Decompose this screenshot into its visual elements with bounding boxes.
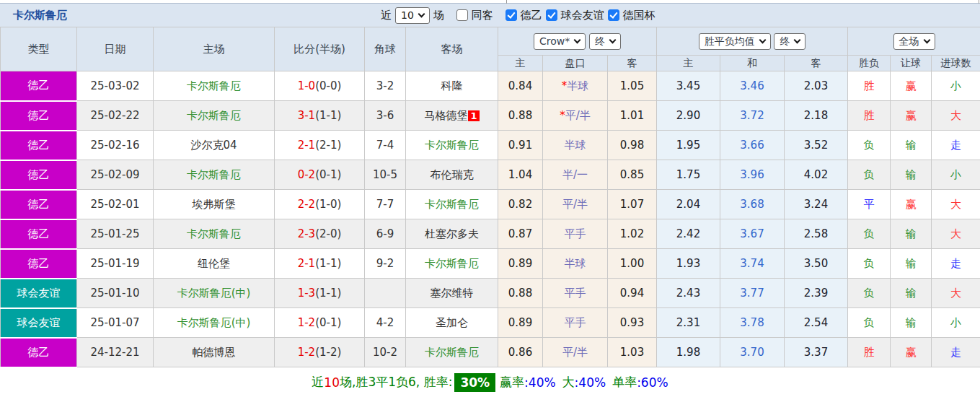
- result-goals: 走: [932, 131, 980, 160]
- match-date: 25-01-25: [77, 219, 154, 249]
- result-wdl: 负: [848, 308, 891, 338]
- home-team-name: 卡尔斯鲁厄: [187, 168, 241, 181]
- home-team: 纽伦堡: [154, 249, 275, 279]
- fulltime-score: 2-1: [298, 139, 316, 152]
- avg-time-select[interactable]: 终: [774, 33, 805, 50]
- handicap-text: 平手: [565, 287, 586, 300]
- home-team: 沙尔克04: [154, 131, 275, 160]
- odds-time-select[interactable]: 终: [589, 33, 621, 50]
- halftime-score: (1-0): [315, 198, 341, 211]
- corner-count: [365, 279, 406, 308]
- result-goals: 大: [932, 101, 980, 131]
- result-goals: 小: [932, 71, 980, 101]
- filter-cup-checkbox[interactable]: [608, 9, 619, 21]
- crow-away-odds: 0.85: [608, 160, 657, 190]
- result-wdl: 胜: [848, 101, 891, 131]
- score-cell: 1-0(0-0): [275, 71, 365, 101]
- corner-count: 4-2: [365, 308, 406, 338]
- corner-count: 7-4: [365, 131, 406, 160]
- home-team-name: 卡尔斯鲁厄: [187, 227, 241, 240]
- footer-single-label: 单率: [612, 374, 637, 391]
- match-type: 德乙: [1, 338, 77, 367]
- home-team: 卡尔斯鲁厄: [154, 219, 275, 249]
- match-date: 25-02-16: [77, 131, 154, 160]
- chevron-down-icon: [609, 36, 617, 43]
- near-count-select[interactable]: 10: [395, 7, 430, 24]
- table-row: 德乙25-03-02卡尔斯鲁厄1-0(0-0)3-2科隆0.84*半球1.053…: [1, 71, 980, 101]
- handicap-text: 平手: [565, 227, 586, 240]
- near-count-value: 10: [401, 9, 414, 22]
- crow-home-odds: 0.87: [498, 219, 543, 249]
- score-cell: 2-1(2-1): [275, 131, 365, 160]
- home-team: 卡尔斯鲁厄(中): [154, 279, 275, 308]
- result-goals: 走: [932, 249, 980, 279]
- crow-away-odds: 0.98: [608, 131, 657, 160]
- table-row: 德乙25-02-16沙尔克042-1(2-1)7-4卡尔斯鲁厄0.91半球0.9…: [1, 131, 980, 160]
- result-scope-group: 全场: [848, 27, 980, 56]
- avg-home-odds: 2.31: [657, 308, 720, 338]
- handicap-text: 平手: [565, 316, 586, 329]
- handicap-line: 半球: [543, 131, 608, 160]
- odds-time-value: 终: [595, 35, 605, 48]
- sub-header-goals: 进球数: [932, 56, 980, 71]
- same-opponent-checkbox[interactable]: [456, 9, 468, 21]
- result-handicap: 输: [891, 279, 932, 308]
- avg-away-odds: 3.50: [785, 249, 848, 279]
- crow-away-odds: 0.94: [608, 279, 657, 308]
- handicap-line: *平/半: [543, 101, 608, 131]
- score-cell: 1-3(1-1): [275, 279, 365, 308]
- away-team-name: 圣加仑: [436, 316, 468, 329]
- handicap-line: 半球: [543, 249, 608, 279]
- col-header-date: 日期: [77, 27, 154, 71]
- odds-source-select[interactable]: Crow*: [534, 33, 586, 50]
- halftime-score: (0-0): [315, 79, 341, 92]
- handicap-line: *半球: [543, 71, 608, 101]
- result-goals: 大: [932, 279, 980, 308]
- crow-home-odds: 0.91: [498, 131, 543, 160]
- chevron-down-icon: [418, 10, 425, 17]
- same-opponent-label: 同客: [472, 9, 493, 22]
- handicap-line: 平/半: [543, 338, 608, 367]
- away-team-name: 卡尔斯鲁厄: [425, 198, 479, 211]
- fulltime-score: 2-1: [298, 257, 316, 270]
- result-handicap: 赢: [891, 190, 932, 219]
- crow-home-odds: 0.88: [498, 279, 543, 308]
- result-handicap: 赢: [891, 338, 932, 367]
- table-row: 德乙24-12-21帕德博恩1-2(1-2)10-2卡尔斯鲁厄0.86平/半1.…: [1, 338, 980, 367]
- scope-select[interactable]: 全场: [893, 33, 935, 50]
- result-goals: 大: [932, 219, 980, 249]
- score-cell: 2-1(1-1): [275, 249, 365, 279]
- filter-league-checkbox[interactable]: [506, 9, 517, 21]
- halftime-score: (1-2): [315, 346, 341, 359]
- handicap-text: 平/半: [562, 346, 588, 359]
- table-row: 德乙25-01-25卡尔斯鲁厄2-3(2-0)6-9杜塞尔多夫0.87平手1.0…: [1, 219, 980, 249]
- away-team-name: 卡尔斯鲁厄: [425, 346, 479, 359]
- filter-friendly-checkbox[interactable]: [546, 9, 557, 21]
- handicap-text: 平/半: [565, 109, 591, 122]
- score-cell: 1-2(0-1): [275, 308, 365, 338]
- sub-header-handicap: 盘口: [543, 56, 608, 71]
- halftime-score: (2-0): [315, 227, 341, 240]
- crow-away-odds: 1.05: [608, 71, 657, 101]
- handicap-line: 平手: [543, 308, 608, 338]
- result-handicap: 赢: [891, 71, 932, 101]
- near-label: 近: [381, 9, 392, 22]
- result-goals: 走: [932, 338, 980, 367]
- home-team: 卡尔斯鲁厄: [154, 71, 275, 101]
- fulltime-score: 1-3: [298, 287, 316, 300]
- away-team-name: 塞尔维特: [431, 287, 474, 300]
- corner-count: 10-2: [365, 338, 406, 367]
- halftime-score: (0-1): [315, 316, 341, 329]
- crow-away-odds: 1.01: [608, 101, 657, 131]
- crow-home-odds: 0.88: [498, 101, 543, 131]
- footer-big-label: 大: [562, 374, 575, 391]
- odds-source-value: Crow*: [539, 35, 570, 48]
- away-team-name: 马格德堡: [424, 109, 467, 122]
- team-name: 卡尔斯鲁厄: [13, 9, 67, 22]
- table-row: 德乙25-02-01埃弗斯堡2-2(1-0)7-7卡尔斯鲁厄0.82平/半1.0…: [1, 190, 980, 219]
- avg-source-select[interactable]: 胜平负均值: [699, 33, 771, 50]
- avg-home-odds: 3.45: [657, 71, 720, 101]
- rank-badge: 1: [468, 110, 479, 121]
- avg-home-odds: 2.90: [657, 101, 720, 131]
- crow-home-odds: 1.04: [498, 160, 543, 190]
